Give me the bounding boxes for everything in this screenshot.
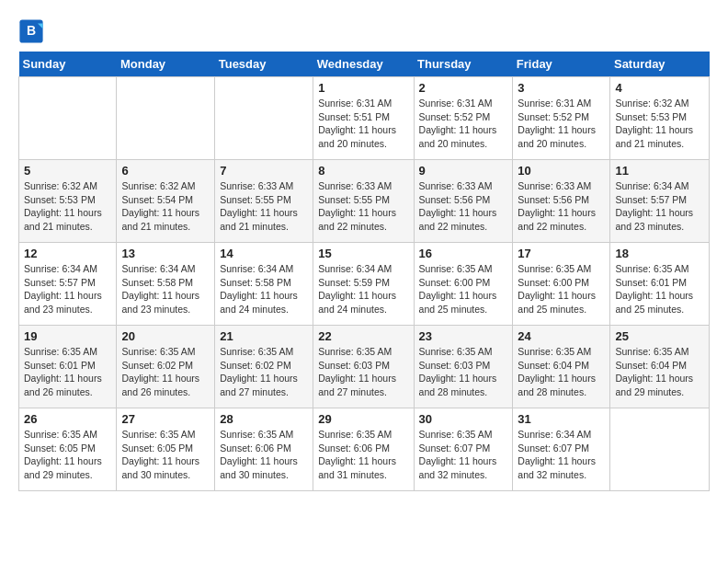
day-number: 5 bbox=[24, 164, 111, 178]
day-info: Sunrise: 6:35 AM Sunset: 6:07 PM Dayligh… bbox=[419, 428, 508, 482]
day-info: Sunrise: 6:34 AM Sunset: 5:57 PM Dayligh… bbox=[24, 262, 111, 316]
day-info: Sunrise: 6:35 AM Sunset: 6:02 PM Dayligh… bbox=[121, 345, 210, 399]
day-info: Sunrise: 6:35 AM Sunset: 6:06 PM Dayligh… bbox=[220, 428, 308, 482]
day-cell: 25Sunrise: 6:35 AM Sunset: 6:04 PM Dayli… bbox=[610, 326, 710, 408]
day-info: Sunrise: 6:33 AM Sunset: 5:56 PM Dayligh… bbox=[419, 179, 508, 234]
day-cell: 31Sunrise: 6:34 AM Sunset: 6:07 PM Dayli… bbox=[513, 408, 610, 491]
logo: B bbox=[18, 18, 48, 44]
day-number: 15 bbox=[318, 247, 408, 260]
day-cell: 19Sunrise: 6:35 AM Sunset: 6:01 PM Dayli… bbox=[19, 326, 117, 408]
day-cell bbox=[19, 77, 117, 160]
day-cell bbox=[117, 77, 215, 160]
day-number: 20 bbox=[121, 329, 210, 343]
day-cell: 15Sunrise: 6:34 AM Sunset: 5:59 PM Dayli… bbox=[313, 243, 414, 326]
header-cell-sunday: Sunday bbox=[19, 52, 117, 77]
day-number: 18 bbox=[615, 247, 704, 260]
logo-icon: B bbox=[18, 18, 44, 44]
header-cell-saturday: Saturday bbox=[610, 52, 710, 77]
day-cell: 26Sunrise: 6:35 AM Sunset: 6:05 PM Dayli… bbox=[19, 408, 117, 491]
day-cell: 6Sunrise: 6:32 AM Sunset: 5:54 PM Daylig… bbox=[117, 160, 215, 243]
day-number: 31 bbox=[518, 412, 605, 426]
day-number: 3 bbox=[518, 81, 605, 95]
day-number: 12 bbox=[24, 247, 111, 260]
day-cell: 12Sunrise: 6:34 AM Sunset: 5:57 PM Dayli… bbox=[19, 243, 117, 326]
day-number: 29 bbox=[318, 412, 408, 426]
day-info: Sunrise: 6:35 AM Sunset: 6:02 PM Dayligh… bbox=[220, 345, 308, 399]
day-cell: 18Sunrise: 6:35 AM Sunset: 6:01 PM Dayli… bbox=[610, 243, 710, 326]
day-info: Sunrise: 6:35 AM Sunset: 6:06 PM Dayligh… bbox=[318, 428, 408, 482]
day-number: 23 bbox=[419, 329, 508, 343]
day-info: Sunrise: 6:34 AM Sunset: 6:07 PM Dayligh… bbox=[518, 428, 605, 482]
day-info: Sunrise: 6:35 AM Sunset: 6:03 PM Dayligh… bbox=[318, 345, 408, 399]
day-cell: 16Sunrise: 6:35 AM Sunset: 6:00 PM Dayli… bbox=[414, 243, 513, 326]
day-cell bbox=[215, 77, 313, 160]
header: B bbox=[18, 18, 710, 44]
day-info: Sunrise: 6:35 AM Sunset: 6:03 PM Dayligh… bbox=[419, 345, 508, 399]
day-cell: 20Sunrise: 6:35 AM Sunset: 6:02 PM Dayli… bbox=[117, 326, 215, 408]
day-info: Sunrise: 6:34 AM Sunset: 5:57 PM Dayligh… bbox=[615, 179, 704, 234]
day-cell: 4Sunrise: 6:32 AM Sunset: 5:53 PM Daylig… bbox=[610, 77, 710, 160]
day-number: 13 bbox=[121, 247, 210, 260]
day-number: 30 bbox=[419, 412, 508, 426]
day-cell: 8Sunrise: 6:33 AM Sunset: 5:55 PM Daylig… bbox=[313, 160, 414, 243]
day-cell: 1Sunrise: 6:31 AM Sunset: 5:51 PM Daylig… bbox=[313, 77, 414, 160]
day-info: Sunrise: 6:32 AM Sunset: 5:53 PM Dayligh… bbox=[24, 179, 111, 234]
day-cell: 27Sunrise: 6:35 AM Sunset: 6:05 PM Dayli… bbox=[117, 408, 215, 491]
day-info: Sunrise: 6:33 AM Sunset: 5:55 PM Dayligh… bbox=[220, 179, 308, 234]
week-row-1: 5Sunrise: 6:32 AM Sunset: 5:53 PM Daylig… bbox=[19, 160, 710, 243]
day-info: Sunrise: 6:34 AM Sunset: 5:58 PM Dayligh… bbox=[220, 262, 308, 316]
day-info: Sunrise: 6:31 AM Sunset: 5:51 PM Dayligh… bbox=[318, 97, 408, 151]
day-number: 11 bbox=[615, 164, 704, 178]
day-number: 19 bbox=[24, 329, 111, 343]
day-info: Sunrise: 6:35 AM Sunset: 6:05 PM Dayligh… bbox=[121, 428, 210, 482]
day-info: Sunrise: 6:33 AM Sunset: 5:55 PM Dayligh… bbox=[318, 179, 408, 234]
week-row-4: 26Sunrise: 6:35 AM Sunset: 6:05 PM Dayli… bbox=[19, 408, 710, 491]
day-info: Sunrise: 6:35 AM Sunset: 6:01 PM Dayligh… bbox=[24, 345, 111, 399]
week-row-2: 12Sunrise: 6:34 AM Sunset: 5:57 PM Dayli… bbox=[19, 243, 710, 326]
day-number: 27 bbox=[121, 412, 210, 426]
day-number: 1 bbox=[318, 81, 408, 95]
day-info: Sunrise: 6:32 AM Sunset: 5:54 PM Dayligh… bbox=[121, 179, 210, 234]
day-cell: 21Sunrise: 6:35 AM Sunset: 6:02 PM Dayli… bbox=[215, 326, 313, 408]
day-info: Sunrise: 6:35 AM Sunset: 6:04 PM Dayligh… bbox=[518, 345, 605, 399]
day-number: 24 bbox=[518, 329, 605, 343]
day-info: Sunrise: 6:35 AM Sunset: 6:04 PM Dayligh… bbox=[615, 345, 704, 399]
day-number: 8 bbox=[318, 164, 408, 178]
day-number: 25 bbox=[615, 329, 704, 343]
day-cell: 30Sunrise: 6:35 AM Sunset: 6:07 PM Dayli… bbox=[414, 408, 513, 491]
day-info: Sunrise: 6:31 AM Sunset: 5:52 PM Dayligh… bbox=[518, 97, 605, 151]
day-number: 2 bbox=[419, 81, 508, 95]
day-cell: 22Sunrise: 6:35 AM Sunset: 6:03 PM Dayli… bbox=[313, 326, 414, 408]
day-info: Sunrise: 6:34 AM Sunset: 5:58 PM Dayligh… bbox=[121, 262, 210, 316]
day-info: Sunrise: 6:35 AM Sunset: 6:01 PM Dayligh… bbox=[615, 262, 704, 316]
svg-text:B: B bbox=[27, 23, 36, 38]
day-cell: 17Sunrise: 6:35 AM Sunset: 6:00 PM Dayli… bbox=[513, 243, 610, 326]
day-cell: 23Sunrise: 6:35 AM Sunset: 6:03 PM Dayli… bbox=[414, 326, 513, 408]
day-number: 26 bbox=[24, 412, 111, 426]
day-info: Sunrise: 6:35 AM Sunset: 6:00 PM Dayligh… bbox=[518, 262, 605, 316]
day-number: 9 bbox=[419, 164, 508, 178]
day-cell: 9Sunrise: 6:33 AM Sunset: 5:56 PM Daylig… bbox=[414, 160, 513, 243]
header-cell-tuesday: Tuesday bbox=[215, 52, 313, 77]
day-number: 21 bbox=[220, 329, 308, 343]
day-cell: 2Sunrise: 6:31 AM Sunset: 5:52 PM Daylig… bbox=[414, 77, 513, 160]
day-info: Sunrise: 6:35 AM Sunset: 6:00 PM Dayligh… bbox=[419, 262, 508, 316]
day-number: 28 bbox=[220, 412, 308, 426]
week-row-0: 1Sunrise: 6:31 AM Sunset: 5:51 PM Daylig… bbox=[19, 77, 710, 160]
day-info: Sunrise: 6:35 AM Sunset: 6:05 PM Dayligh… bbox=[24, 428, 111, 482]
day-number: 7 bbox=[220, 164, 308, 178]
day-number: 6 bbox=[121, 164, 210, 178]
day-cell: 7Sunrise: 6:33 AM Sunset: 5:55 PM Daylig… bbox=[215, 160, 313, 243]
day-cell: 13Sunrise: 6:34 AM Sunset: 5:58 PM Dayli… bbox=[117, 243, 215, 326]
header-cell-wednesday: Wednesday bbox=[313, 52, 414, 77]
day-cell: 5Sunrise: 6:32 AM Sunset: 5:53 PM Daylig… bbox=[19, 160, 117, 243]
day-cell: 14Sunrise: 6:34 AM Sunset: 5:58 PM Dayli… bbox=[215, 243, 313, 326]
day-number: 14 bbox=[220, 247, 308, 260]
day-cell: 29Sunrise: 6:35 AM Sunset: 6:06 PM Dayli… bbox=[313, 408, 414, 491]
header-cell-monday: Monday bbox=[117, 52, 215, 77]
day-info: Sunrise: 6:31 AM Sunset: 5:52 PM Dayligh… bbox=[419, 97, 508, 151]
header-cell-thursday: Thursday bbox=[414, 52, 513, 77]
day-info: Sunrise: 6:32 AM Sunset: 5:53 PM Dayligh… bbox=[615, 97, 704, 151]
day-info: Sunrise: 6:33 AM Sunset: 5:56 PM Dayligh… bbox=[518, 179, 605, 234]
day-cell: 3Sunrise: 6:31 AM Sunset: 5:52 PM Daylig… bbox=[513, 77, 610, 160]
